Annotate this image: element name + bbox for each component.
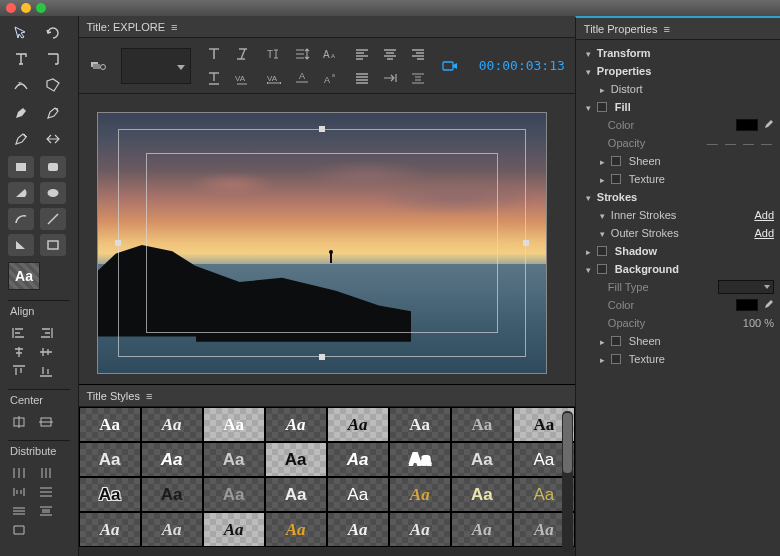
selection-tool[interactable] — [8, 22, 34, 44]
delete-anchor-tool[interactable] — [8, 128, 34, 150]
title-style-swatch[interactable]: Aa — [265, 442, 327, 477]
background-checkbox[interactable] — [597, 264, 607, 274]
distribute-h1-icon[interactable] — [8, 465, 30, 481]
prop-distort[interactable]: Distort — [611, 83, 643, 95]
title-style-swatch[interactable]: Aa — [203, 407, 265, 442]
twirl-icon[interactable] — [584, 245, 593, 257]
align-center-text-icon[interactable] — [381, 45, 399, 63]
fill-color-swatch[interactable] — [736, 119, 758, 131]
title-style-swatch[interactable]: Aa — [79, 512, 141, 547]
prop-inner-strokes[interactable]: Inner Strokes — [611, 209, 676, 221]
line-tool[interactable] — [40, 208, 66, 230]
title-style-swatch[interactable]: Aa — [389, 512, 451, 547]
distribute-text-icon[interactable] — [409, 69, 427, 87]
distribute-v2-icon[interactable] — [8, 503, 30, 519]
title-style-swatch[interactable]: Aa — [203, 512, 265, 547]
kerning-icon[interactable]: VA — [233, 69, 251, 87]
eyedropper-icon[interactable] — [762, 299, 774, 311]
title-style-swatch[interactable]: Aa — [265, 407, 327, 442]
prop-outer-strokes[interactable]: Outer Strokes — [611, 227, 679, 239]
baseline-icon[interactable]: A — [293, 69, 311, 87]
panel-menu-icon[interactable]: ≡ — [663, 23, 669, 35]
title-style-swatch[interactable]: Aa — [265, 512, 327, 547]
distribute-h2-icon[interactable] — [35, 465, 57, 481]
distribute-v3-icon[interactable] — [35, 503, 57, 519]
prop-bgopacity-value[interactable]: 100 % — [743, 317, 774, 329]
title-style-swatch[interactable]: Aa — [203, 477, 265, 512]
distribute-extra-icon[interactable] — [8, 522, 30, 538]
title-style-swatch[interactable]: Aa — [451, 477, 513, 512]
twirl-icon[interactable] — [584, 47, 593, 59]
prop-transform[interactable]: Transform — [597, 47, 651, 59]
type-tool[interactable] — [8, 48, 34, 70]
title-style-swatch[interactable]: Aa — [79, 477, 141, 512]
title-canvas[interactable] — [97, 112, 547, 374]
twirl-icon[interactable] — [584, 263, 593, 275]
wedge-tool[interactable] — [8, 182, 34, 204]
title-style-swatch[interactable]: Aa — [203, 442, 265, 477]
texture-checkbox-2[interactable] — [611, 354, 621, 364]
justify-text-icon[interactable] — [353, 69, 371, 87]
prop-shadow[interactable]: Shadow — [615, 245, 657, 257]
mac-zoom-button[interactable] — [36, 3, 46, 13]
style-preview-swatch[interactable]: Aa — [8, 262, 40, 290]
polygon-tool[interactable] — [40, 234, 66, 256]
selection-handle[interactable] — [319, 354, 325, 360]
scrollbar-thumb[interactable] — [563, 413, 572, 473]
title-style-swatch[interactable]: Aa — [141, 512, 203, 547]
twirl-icon[interactable] — [598, 155, 607, 167]
twirl-icon[interactable] — [598, 209, 607, 221]
distribute-h3-icon[interactable] — [8, 484, 30, 500]
underline-icon[interactable] — [205, 69, 223, 87]
selection-handle[interactable] — [115, 240, 121, 246]
title-style-swatch[interactable]: Aa — [327, 407, 389, 442]
triangle-tool[interactable] — [8, 234, 34, 256]
shadow-checkbox[interactable] — [597, 246, 607, 256]
bg-color-swatch[interactable] — [736, 299, 758, 311]
template-icon[interactable] — [89, 57, 107, 75]
path-type-tool[interactable]: T — [8, 74, 34, 96]
center-vertical-icon[interactable] — [8, 414, 30, 430]
fill-type-dropdown[interactable] — [718, 280, 774, 294]
align-right-icon[interactable] — [35, 325, 57, 341]
leading-icon[interactable] — [293, 45, 311, 63]
prop-fill[interactable]: Fill — [615, 101, 631, 113]
title-style-swatch[interactable]: Aa — [327, 442, 389, 477]
align-hcenter-icon[interactable] — [8, 344, 30, 360]
eyedropper-icon[interactable] — [762, 119, 774, 131]
twirl-icon[interactable] — [598, 83, 607, 95]
mac-close-button[interactable] — [6, 3, 16, 13]
arc-tool[interactable] — [8, 208, 34, 230]
panel-menu-icon[interactable]: ≡ — [146, 390, 152, 402]
regular-t-icon[interactable] — [205, 45, 223, 63]
prop-sheen-2[interactable]: Sheen — [629, 335, 661, 347]
twirl-icon[interactable] — [598, 335, 607, 347]
twirl-icon[interactable] — [584, 191, 593, 203]
rectangle-tool[interactable] — [8, 156, 34, 178]
title-style-swatch[interactable]: Aa — [451, 407, 513, 442]
ellipse-tool[interactable] — [40, 182, 66, 204]
prop-properties[interactable]: Properties — [597, 65, 651, 77]
rotate-tool[interactable] — [40, 22, 66, 44]
align-left-icon[interactable] — [8, 325, 30, 341]
prop-texture[interactable]: Texture — [629, 173, 665, 185]
tracking-icon[interactable]: VA — [265, 69, 283, 87]
add-inner-stroke-link[interactable]: Add — [754, 209, 774, 221]
title-style-swatch[interactable]: Aa — [451, 442, 513, 477]
align-vcenter-icon[interactable] — [35, 344, 57, 360]
twirl-icon[interactable] — [584, 65, 593, 77]
tab-icon[interactable] — [381, 69, 399, 87]
title-style-swatch[interactable]: Aa — [389, 477, 451, 512]
rounded-rect-tool[interactable] — [40, 156, 66, 178]
texture-checkbox[interactable] — [611, 174, 621, 184]
title-style-swatch[interactable]: Aa — [327, 512, 389, 547]
styles-scrollbar[interactable] — [562, 411, 573, 552]
add-anchor-tool[interactable] — [40, 102, 66, 124]
panel-menu-icon[interactable]: ≡ — [171, 21, 177, 33]
align-right-text-icon[interactable] — [409, 45, 427, 63]
distribute-v1-icon[interactable] — [35, 484, 57, 500]
twirl-icon[interactable] — [598, 173, 607, 185]
title-style-swatch[interactable]: Aa — [389, 407, 451, 442]
smallcaps-icon[interactable]: AA — [321, 45, 339, 63]
prop-background[interactable]: Background — [615, 263, 679, 275]
